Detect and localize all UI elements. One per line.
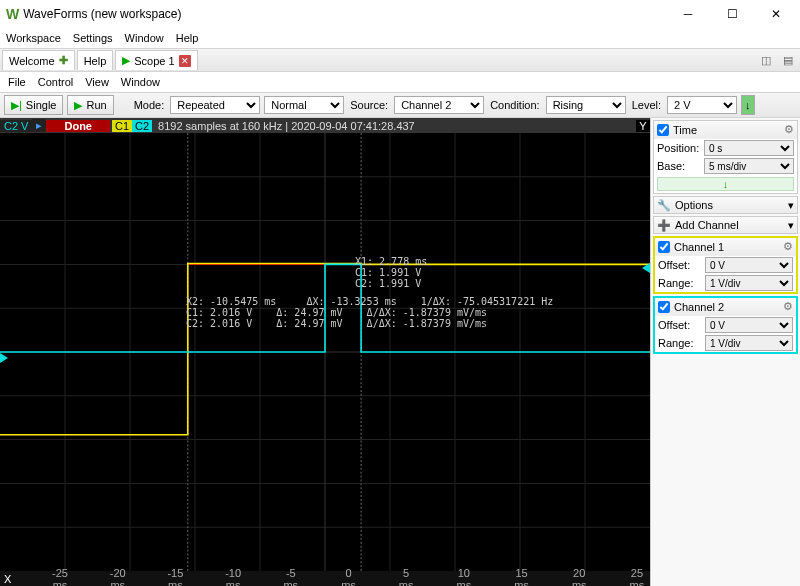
add-channel-label: Add Channel [675, 219, 784, 231]
x-tick: 10 ms [455, 567, 473, 587]
scope-toolbar: ▶|Single ▶Run Mode: Repeated Normal Sour… [0, 92, 800, 118]
level-select[interactable]: 2 V [667, 96, 737, 114]
plus-icon: ✚ [59, 54, 68, 67]
scope-menubar: File Control View Window [0, 72, 800, 92]
x-tick: 25 ms [628, 567, 646, 587]
tab-label: Scope 1 [134, 55, 174, 67]
tab-bar: Welcome ✚ Help ▶ Scope 1 ✕ ◫ ▤ [0, 48, 800, 72]
ch2-checkbox[interactable] [658, 301, 670, 313]
source-select[interactable]: Channel 2 [394, 96, 484, 114]
menu-window2[interactable]: Window [121, 76, 160, 88]
x-tick: -5 ms [282, 567, 300, 587]
trigger-type-select[interactable]: Normal [264, 96, 344, 114]
menu-window[interactable]: Window [125, 32, 164, 44]
options-label: Options [675, 199, 784, 211]
x-tick: -25 ms [51, 567, 69, 587]
titlebar: W WaveForms (new workspace) ─ ☐ ✕ [0, 0, 800, 28]
window-layout-icon[interactable]: ◫ [756, 50, 776, 70]
gear-icon[interactable]: ⚙ [783, 240, 793, 253]
x-tick: 20 ms [570, 567, 588, 587]
cursor2-readout: X2: -10.5475 ms ΔX: -13.3253 ms 1/ΔX: -7… [186, 296, 553, 329]
add-channel-header[interactable]: ➕ Add Channel ▾ [653, 216, 798, 234]
tab-label: Help [84, 55, 107, 67]
ch1-checkbox[interactable] [658, 241, 670, 253]
arrow-down-icon: ↓ [745, 99, 751, 111]
infobar-c2v: C2 V [0, 120, 32, 132]
step-icon: ▶| [11, 99, 22, 112]
gear-icon[interactable]: ⚙ [784, 123, 794, 136]
infobar-y[interactable]: Y [636, 120, 650, 132]
c2-zero-marker-icon[interactable] [0, 353, 8, 363]
chevron-down-icon: ▾ [788, 199, 794, 212]
x-tick: -10 ms [224, 567, 242, 587]
infobar-text: 8192 samples at 160 kHz | 2020-09-04 07:… [152, 120, 421, 132]
main-menubar: Workspace Settings Window Help [0, 28, 800, 48]
scope-plot-area: C2 V ▸ Done C1 C2 8192 samples at 160 kH… [0, 118, 650, 586]
ch2-label: Channel 2 [674, 301, 779, 313]
time-checkbox[interactable] [657, 124, 669, 136]
tab-label: Welcome [9, 55, 55, 67]
level-label: Level: [632, 99, 661, 111]
channel1-panel: Channel 1 ⚙ Offset:0 V Range:1 V/div [653, 236, 798, 294]
maximize-button[interactable]: ☐ [710, 0, 754, 28]
condition-label: Condition: [490, 99, 540, 111]
options-header[interactable]: 🔧 Options ▾ [653, 196, 798, 214]
ch1-label: Channel 1 [674, 241, 779, 253]
wrench-icon: 🔧 [657, 199, 671, 212]
position-select[interactable]: 0 s [704, 140, 794, 156]
close-button[interactable]: ✕ [754, 0, 798, 28]
mode-label: Mode: [134, 99, 165, 111]
menu-view[interactable]: View [85, 76, 109, 88]
gear-icon[interactable]: ⚙ [783, 300, 793, 313]
badge-c2: C2 [132, 120, 152, 132]
arrow-down-button[interactable]: ↓ [741, 95, 755, 115]
range-label: Range: [658, 337, 703, 349]
chevron-down-icon: ▾ [788, 219, 794, 232]
menu-file[interactable]: File [8, 76, 26, 88]
scope-infobar: C2 V ▸ Done C1 C2 8192 samples at 160 kH… [0, 118, 650, 133]
x-tick: -15 ms [166, 567, 184, 587]
range-label: Range: [658, 277, 703, 289]
channel2-panel: Channel 2 ⚙ Offset:0 V Range:1 V/div [653, 296, 798, 354]
minimize-button[interactable]: ─ [666, 0, 710, 28]
x-tick: 0 ms [339, 567, 357, 587]
tab-welcome[interactable]: Welcome ✚ [2, 50, 75, 70]
menu-settings[interactable]: Settings [73, 32, 113, 44]
offset-label: Offset: [658, 259, 703, 271]
side-panel: Time ⚙ Position:0 s Base:5 ms/div ↓ 🔧 Op… [650, 118, 800, 586]
ch2-offset-select[interactable]: 0 V [705, 317, 793, 333]
single-button[interactable]: ▶|Single [4, 95, 63, 115]
x-tick: 15 ms [513, 567, 531, 587]
menu-workspace[interactable]: Workspace [6, 32, 61, 44]
ch2-range-select[interactable]: 1 V/div [705, 335, 793, 351]
base-label: Base: [657, 160, 702, 172]
tab-close-icon[interactable]: ✕ [179, 55, 191, 67]
x-tick: 5 ms [397, 567, 415, 587]
app-logo-icon: W [6, 6, 19, 22]
window-layout2-icon[interactable]: ▤ [778, 50, 798, 70]
trigger-level-marker-icon[interactable] [642, 263, 650, 273]
ch1-range-select[interactable]: 1 V/div [705, 275, 793, 291]
base-select[interactable]: 5 ms/div [704, 158, 794, 174]
run-button[interactable]: ▶Run [67, 95, 113, 115]
plus-icon: ➕ [657, 219, 671, 232]
offset-label: Offset: [658, 319, 703, 331]
source-label: Source: [350, 99, 388, 111]
tab-scope[interactable]: ▶ Scope 1 ✕ [115, 50, 197, 70]
x-tick: -20 ms [109, 567, 127, 587]
condition-select[interactable]: Rising [546, 96, 626, 114]
cursor1-readout: X1: 2.778 ms C1: 1.991 V C2: 1.991 V [355, 256, 427, 289]
menu-control[interactable]: Control [38, 76, 73, 88]
down-arrow-icon[interactable]: ↓ [657, 177, 794, 191]
mode-select[interactable]: Repeated [170, 96, 260, 114]
window-title: WaveForms (new workspace) [23, 7, 666, 21]
expand-icon[interactable]: ▸ [32, 119, 46, 132]
position-label: Position: [657, 142, 702, 154]
x-axis-label: X [4, 573, 11, 585]
menu-help[interactable]: Help [176, 32, 199, 44]
time-panel: Time ⚙ Position:0 s Base:5 ms/div ↓ [653, 120, 798, 194]
tab-help[interactable]: Help [77, 50, 114, 70]
ch1-offset-select[interactable]: 0 V [705, 257, 793, 273]
badge-c1: C1 [112, 120, 132, 132]
waveform-plot[interactable]: X1: 2.778 ms C1: 1.991 V C2: 1.991 V X2:… [0, 133, 650, 571]
